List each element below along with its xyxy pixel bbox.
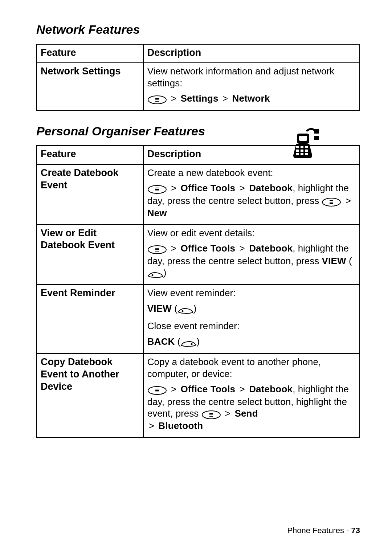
- path-segment: Datebook: [249, 384, 293, 394]
- paren-close: ): [163, 267, 167, 278]
- description-text: Close event reminder:: [147, 320, 356, 332]
- path-segment: Send: [234, 408, 258, 419]
- svg-rect-9: [301, 146, 303, 148]
- svg-point-29: [151, 274, 153, 276]
- path-segment: Office Tools: [181, 183, 236, 193]
- soft-key-line: VIEW ( ): [147, 303, 356, 315]
- menu-key-icon: [147, 384, 167, 396]
- feature-name: Copy Datebook Event to Another Device: [37, 353, 143, 437]
- path-separator: >: [170, 183, 178, 193]
- menu-key-icon: [201, 408, 221, 420]
- page-number: 73: [351, 526, 360, 535]
- description-text: Copy a datebook event to another phone, …: [147, 356, 356, 380]
- feature-description: View event reminder: VIEW ( ) Close even…: [143, 285, 360, 353]
- table-header-row: Feature Description: [37, 44, 360, 63]
- table-row: Network Settings View network informatio…: [37, 63, 360, 110]
- svg-rect-16: [305, 153, 308, 155]
- svg-rect-11: [296, 150, 299, 152]
- svg-rect-8: [296, 146, 299, 148]
- path-segment: Datebook: [249, 183, 293, 193]
- left-softkey-icon: [177, 303, 193, 315]
- path-separator: >: [238, 243, 246, 254]
- header-feature: Feature: [37, 146, 143, 164]
- path-separator: >: [344, 195, 352, 206]
- menu-path: > Office Tools > Datebook, highlight the…: [147, 383, 356, 432]
- svg-rect-10: [305, 146, 308, 148]
- soft-key-label: BACK: [147, 336, 175, 347]
- section-title-network: Network Features: [36, 22, 360, 37]
- path-separator: >: [170, 384, 178, 394]
- svg-point-30: [181, 310, 183, 312]
- paren-open: (: [174, 303, 177, 314]
- table-row: Copy Datebook Event to Another Device Co…: [37, 353, 360, 437]
- path-segment: Datebook: [249, 243, 293, 254]
- paren-open: (: [177, 336, 181, 347]
- menu-key-icon: [147, 183, 167, 195]
- path-segment: Office Tools: [181, 243, 236, 254]
- svg-rect-14: [296, 153, 299, 155]
- paren-close: ): [193, 303, 197, 314]
- menu-path: > Office Tools > Datebook, highlight the…: [147, 242, 356, 279]
- footer-label: Phone Features -: [287, 526, 351, 535]
- svg-rect-4: [314, 129, 319, 134]
- paren-close: ): [197, 336, 200, 347]
- path-separator: >: [238, 384, 246, 394]
- feature-description: Create a new datebook event: > Office To…: [143, 164, 360, 225]
- menu-key-icon: [147, 93, 167, 105]
- feature-description: View network information and adjust netw…: [143, 63, 360, 110]
- page-footer: Phone Features - 73: [287, 526, 360, 536]
- header-description: Description: [143, 146, 360, 164]
- left-softkey-icon: [147, 267, 163, 279]
- organiser-features-table: Feature Description Create Datebook Even…: [36, 145, 360, 438]
- table-row: Create Datebook Event Create a new dateb…: [37, 164, 360, 225]
- svg-rect-12: [301, 150, 303, 152]
- menu-key-icon: [147, 243, 167, 255]
- feature-name: Network Settings: [37, 63, 143, 110]
- path-separator: >: [170, 93, 178, 104]
- svg-rect-15: [301, 153, 303, 155]
- header-feature: Feature: [37, 44, 143, 63]
- path-separator: >: [238, 183, 246, 193]
- path-segment: Office Tools: [181, 384, 236, 394]
- svg-rect-7: [299, 136, 307, 141]
- soft-key-label: VIEW: [147, 303, 172, 314]
- description-text: View network information and adjust netw…: [147, 65, 356, 89]
- description-text: View or edit event details:: [147, 227, 356, 239]
- path-segment: Bluetooth: [158, 420, 203, 431]
- phone-network-icon: [292, 127, 319, 163]
- description-text: View event reminder:: [147, 287, 356, 299]
- path-separator: >: [221, 93, 229, 104]
- menu-key-icon: [322, 196, 341, 208]
- path-segment: Network: [232, 93, 270, 104]
- path-separator: >: [147, 420, 156, 431]
- path-separator: >: [224, 408, 232, 419]
- feature-description: Copy a datebook event to another phone, …: [143, 353, 360, 437]
- feature-description: View or edit event details: > Office Too…: [143, 225, 360, 285]
- svg-rect-5: [314, 136, 319, 140]
- path-segment: Settings: [181, 93, 219, 104]
- feature-name: Event Reminder: [37, 285, 143, 353]
- soft-key-line: BACK ( ): [147, 336, 356, 348]
- svg-rect-13: [305, 150, 308, 152]
- network-features-table: Feature Description Network Settings Vie…: [36, 44, 360, 111]
- path-separator: >: [170, 243, 178, 254]
- description-text: Create a new datebook event:: [147, 167, 356, 179]
- right-softkey-icon: [181, 336, 197, 348]
- feature-name: View or Edit Datebook Event: [37, 225, 143, 285]
- table-row: Event Reminder View event reminder: VIEW…: [37, 285, 360, 353]
- soft-key-label: VIEW: [322, 255, 346, 266]
- path-segment: New: [147, 208, 167, 218]
- paren-open: (: [349, 255, 352, 266]
- header-description: Description: [143, 44, 360, 63]
- feature-name: Create Datebook Event: [37, 164, 143, 225]
- menu-path: > Settings > Network: [147, 93, 356, 105]
- svg-point-31: [191, 343, 192, 345]
- table-row: View or Edit Datebook Event View or edit…: [37, 225, 360, 285]
- menu-path: > Office Tools > Datebook, highlight the…: [147, 182, 356, 219]
